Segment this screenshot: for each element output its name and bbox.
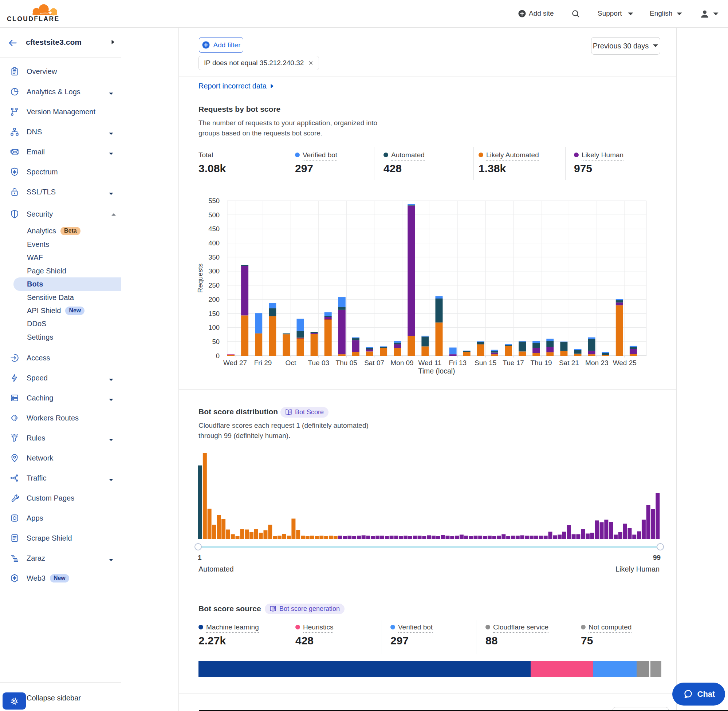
- svg-text:Time (local): Time (local): [418, 367, 455, 375]
- svg-text:Sat 07: Sat 07: [364, 359, 384, 367]
- svg-text:CLOUDFLARE: CLOUDFLARE: [7, 15, 60, 22]
- svg-text:Wed 27: Wed 27: [223, 359, 247, 367]
- svg-text:100: 100: [208, 324, 220, 331]
- svg-text:Requests: Requests: [196, 264, 204, 293]
- svg-text:400: 400: [208, 239, 220, 247]
- svg-text:550: 550: [208, 197, 220, 205]
- svg-text:Sun 15: Sun 15: [474, 359, 496, 367]
- svg-text:Oct: Oct: [285, 359, 297, 367]
- svg-text:Tue 03: Tue 03: [308, 359, 329, 367]
- svg-text:50: 50: [212, 338, 220, 345]
- svg-text:Wed 25: Wed 25: [613, 359, 636, 367]
- svg-text:250: 250: [208, 282, 220, 289]
- svg-text:Thu 19: Thu 19: [530, 359, 552, 367]
- svg-text:350: 350: [208, 254, 220, 261]
- svg-text:Wed 11: Wed 11: [418, 359, 442, 367]
- svg-text:150: 150: [208, 310, 220, 317]
- svg-text:450: 450: [208, 225, 220, 233]
- svg-text:300: 300: [208, 267, 220, 275]
- svg-text:Mon 09: Mon 09: [390, 359, 413, 367]
- svg-text:Tue 17: Tue 17: [502, 359, 524, 367]
- svg-text:Fri 13: Fri 13: [449, 359, 467, 367]
- svg-text:Sat 21: Sat 21: [559, 359, 579, 367]
- svg-text:Mon 23: Mon 23: [585, 359, 608, 367]
- svg-text:500: 500: [208, 211, 220, 219]
- svg-text:Fri 29: Fri 29: [254, 359, 272, 367]
- svg-text:Thu 05: Thu 05: [336, 359, 357, 367]
- svg-text:200: 200: [208, 296, 220, 303]
- svg-text:0: 0: [216, 352, 220, 360]
